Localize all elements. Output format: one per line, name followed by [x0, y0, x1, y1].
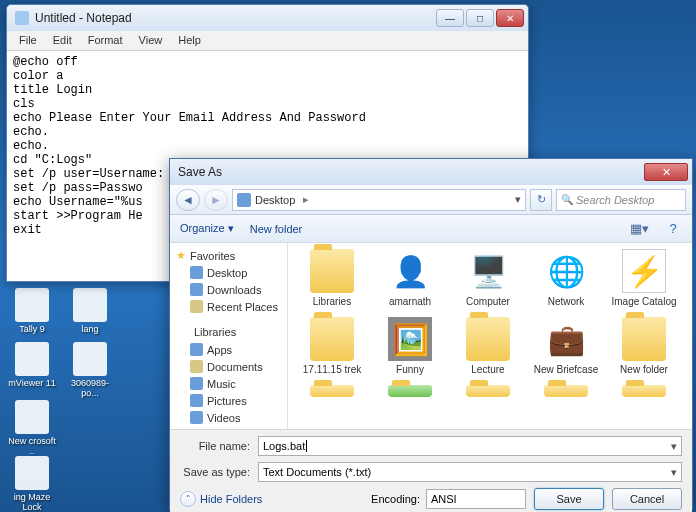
- minimize-button[interactable]: —: [436, 9, 464, 27]
- tree-libraries[interactable]: Libraries: [170, 323, 287, 341]
- desktop-icon[interactable]: mViewer 11: [6, 342, 58, 388]
- item-folder[interactable]: 17.11.15 trek: [298, 317, 366, 375]
- item-network[interactable]: 🌐Network: [532, 249, 600, 307]
- menu-edit[interactable]: Edit: [45, 31, 80, 50]
- tree-item-desktop[interactable]: Desktop: [170, 264, 287, 281]
- tree-item-documents[interactable]: Documents: [170, 358, 287, 375]
- filename-label: File name:: [180, 440, 250, 452]
- item-folder[interactable]: [610, 385, 678, 400]
- item-libraries[interactable]: Libraries: [298, 249, 366, 307]
- menu-format[interactable]: Format: [80, 31, 131, 50]
- organize-button[interactable]: Organize ▾: [180, 222, 234, 235]
- item-folder[interactable]: [454, 385, 522, 400]
- menu-view[interactable]: View: [131, 31, 171, 50]
- desktop-icon[interactable]: ing Maze Lock: [6, 456, 58, 512]
- desktop-icon[interactable]: 3060989-po...: [64, 342, 116, 398]
- tree-item-downloads[interactable]: Downloads: [170, 281, 287, 298]
- saveas-title: Save As: [178, 165, 222, 179]
- desktop-icon: [237, 193, 251, 207]
- item-funny[interactable]: 🖼️Funny: [376, 317, 444, 375]
- close-button[interactable]: ✕: [644, 163, 688, 181]
- forward-button[interactable]: ►: [204, 189, 228, 211]
- tree-item-apps[interactable]: Apps: [170, 341, 287, 358]
- item-folder[interactable]: [376, 385, 444, 400]
- nav-tree: ★Favorites Desktop Downloads Recent Plac…: [170, 243, 288, 429]
- library-icon: [176, 325, 190, 339]
- desktop-icon[interactable]: lang: [64, 288, 116, 334]
- cancel-button[interactable]: Cancel: [612, 488, 682, 510]
- maximize-button[interactable]: □: [466, 9, 494, 27]
- back-button[interactable]: ◄: [176, 189, 200, 211]
- file-grid: Libraries 👤amarnath 🖥️Computer 🌐Network …: [288, 243, 692, 429]
- encoding-label: Encoding:: [371, 493, 420, 505]
- encoding-select[interactable]: ANSI: [426, 489, 526, 509]
- item-folder[interactable]: [298, 385, 366, 400]
- notepad-menubar: File Edit Format View Help: [7, 31, 528, 51]
- saveastype-select[interactable]: Text Documents (*.txt): [258, 462, 682, 482]
- save-button[interactable]: Save: [534, 488, 604, 510]
- item-newfolder[interactable]: New folder: [610, 317, 678, 375]
- toolbar: Organize ▾ New folder ▦▾ ?: [170, 215, 692, 243]
- tree-favorites[interactable]: ★Favorites: [170, 247, 287, 264]
- item-briefcase[interactable]: 💼New Briefcase: [532, 317, 600, 375]
- search-input[interactable]: Search Desktop: [556, 189, 686, 211]
- saveastype-label: Save as type:: [180, 466, 250, 478]
- breadcrumb[interactable]: Desktop ▸ ▾: [232, 189, 526, 211]
- tree-item-videos[interactable]: Videos: [170, 409, 287, 426]
- close-button[interactable]: ✕: [496, 9, 524, 27]
- notepad-icon: [15, 11, 29, 25]
- tree-item-music[interactable]: Music: [170, 375, 287, 392]
- menu-help[interactable]: Help: [170, 31, 209, 50]
- chevron-up-icon: ˄: [180, 491, 196, 507]
- refresh-button[interactable]: ↻: [530, 189, 552, 211]
- dialog-bottom: File name: Logs.bat Save as type: Text D…: [170, 429, 692, 512]
- nav-bar: ◄ ► Desktop ▸ ▾ ↻ Search Desktop: [170, 185, 692, 215]
- saveas-dialog: Save As ✕ ◄ ► Desktop ▸ ▾ ↻ Search Deskt…: [169, 158, 693, 510]
- saveas-titlebar[interactable]: Save As ✕: [170, 159, 692, 185]
- desktop-icon[interactable]: New crosoft ..: [6, 400, 58, 456]
- notepad-title: Untitled - Notepad: [35, 11, 132, 25]
- item-lecture[interactable]: Lecture: [454, 317, 522, 375]
- hide-folders-button[interactable]: ˄Hide Folders: [180, 491, 262, 507]
- desktop-icon[interactable]: Tally 9: [6, 288, 58, 334]
- tree-item-pictures[interactable]: Pictures: [170, 392, 287, 409]
- star-icon: ★: [176, 249, 186, 262]
- tree-item-recent[interactable]: Recent Places: [170, 298, 287, 315]
- view-button[interactable]: ▦▾: [630, 220, 648, 238]
- help-icon[interactable]: ?: [664, 220, 682, 238]
- item-computer[interactable]: 🖥️Computer: [454, 249, 522, 307]
- menu-file[interactable]: File: [11, 31, 45, 50]
- notepad-titlebar[interactable]: Untitled - Notepad — □ ✕: [7, 5, 528, 31]
- item-image-catalog[interactable]: ⚡Image Catalog: [610, 249, 678, 307]
- filename-input[interactable]: Logs.bat: [258, 436, 682, 456]
- item-folder[interactable]: [532, 385, 600, 400]
- newfolder-button[interactable]: New folder: [250, 223, 303, 235]
- item-user[interactable]: 👤amarnath: [376, 249, 444, 307]
